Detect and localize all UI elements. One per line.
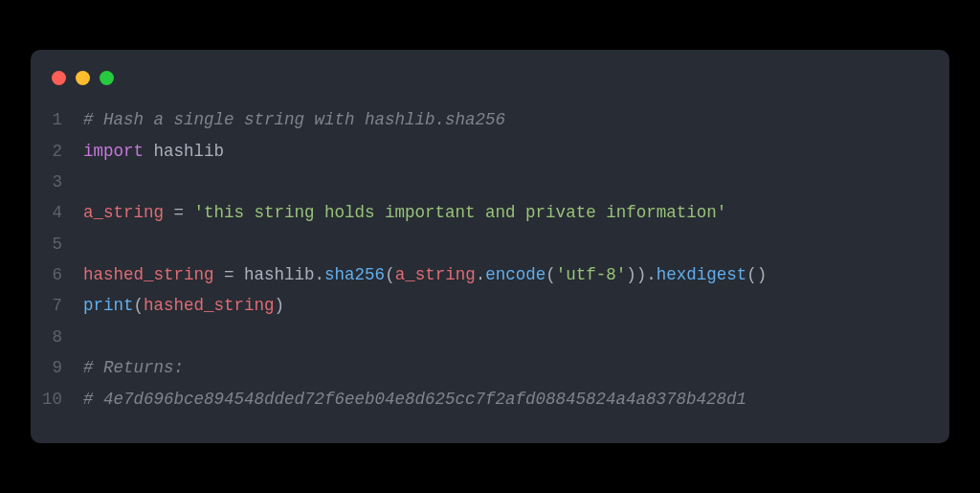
line-number: 1 (31, 104, 83, 135)
line-number: 8 (31, 322, 83, 352)
code-content (83, 229, 94, 259)
code-content: # Hash a single string with hashlib.sha2… (83, 104, 505, 135)
code-line: 1# Hash a single string with hashlib.sha… (31, 104, 949, 135)
line-number: 10 (31, 384, 83, 415)
token: # 4e7d696bce894548dded72f6eeb04e8d625cc7… (83, 390, 746, 409)
token: ( (134, 296, 145, 315)
token: # Hash a single string with hashlib.sha2… (83, 110, 505, 129)
code-content: # 4e7d696bce894548dded72f6eeb04e8d625cc7… (83, 384, 746, 415)
code-line: 6hashed_string = hashlib.sha256(a_string… (31, 259, 949, 290)
line-number: 2 (31, 136, 83, 167)
zoom-icon[interactable] (100, 71, 114, 85)
token: . (315, 265, 325, 284)
line-number: 5 (31, 229, 83, 259)
code-line: 4a_string = 'this string holds important… (31, 197, 949, 228)
line-number: 9 (31, 352, 83, 383)
token: 'this string holds important and private… (194, 203, 727, 222)
token: . (476, 265, 486, 284)
code-line: 5 (31, 229, 949, 259)
code-line: 10# 4e7d696bce894548dded72f6eeb04e8d625c… (31, 384, 949, 415)
code-area: 1# Hash a single string with hashlib.sha… (31, 104, 949, 415)
line-number: 6 (31, 259, 83, 290)
token: a_string (395, 265, 476, 284)
code-content: hashed_string = hashlib.sha256(a_string.… (83, 259, 767, 290)
window-traffic-lights (31, 71, 949, 104)
token (164, 203, 174, 222)
token: () (746, 265, 767, 284)
token: print (83, 296, 134, 315)
token: )). (626, 265, 657, 284)
code-content: a_string = 'this string holds important … (83, 197, 726, 228)
code-window: 1# Hash a single string with hashlib.sha… (31, 50, 949, 443)
code-line: 9# Returns: (31, 352, 949, 383)
token: import (83, 142, 144, 161)
token: ) (275, 296, 285, 315)
code-content: print(hashed_string) (83, 290, 284, 321)
token (144, 142, 154, 161)
code-content: # Returns: (83, 352, 184, 383)
token: ( (546, 265, 556, 284)
token: = (174, 203, 185, 222)
token: a_string (83, 203, 164, 222)
token (214, 265, 225, 284)
token: 'utf-8' (556, 265, 627, 284)
minimize-icon[interactable] (76, 71, 90, 85)
token: hashed_string (144, 296, 275, 315)
line-number: 4 (31, 197, 83, 228)
code-content: import hashlib (83, 136, 224, 167)
code-line: 2import hashlib (31, 136, 949, 167)
close-icon[interactable] (52, 71, 66, 85)
token (184, 203, 194, 222)
token: sha256 (324, 265, 385, 284)
token: encode (485, 265, 546, 284)
token: hashlib (244, 265, 315, 284)
token: # Returns: (83, 358, 184, 377)
token: hexdigest (657, 265, 747, 284)
code-content (83, 322, 94, 352)
token: = (224, 265, 234, 284)
code-line: 8 (31, 322, 949, 352)
token: hashlib (154, 142, 225, 161)
code-content (83, 167, 94, 197)
token (234, 265, 245, 284)
line-number: 7 (31, 290, 83, 321)
token: hashed_string (83, 265, 214, 284)
code-line: 7print(hashed_string) (31, 290, 949, 321)
token: ( (385, 265, 395, 284)
code-line: 3 (31, 167, 949, 197)
line-number: 3 (31, 167, 83, 197)
